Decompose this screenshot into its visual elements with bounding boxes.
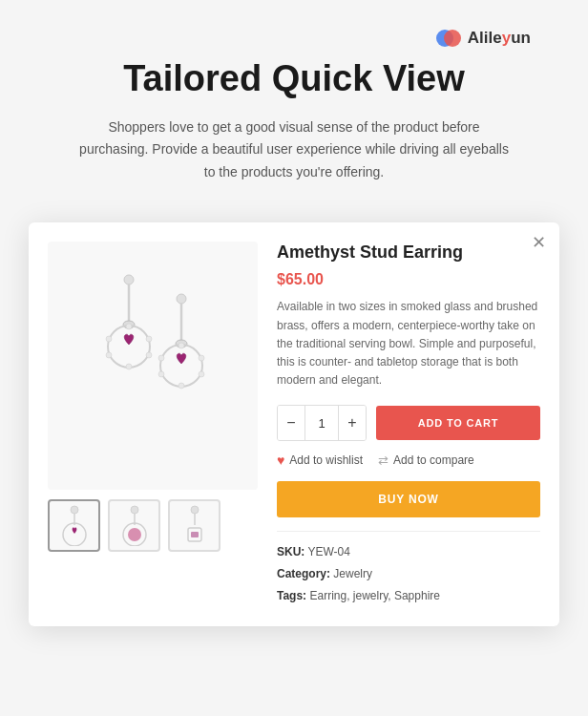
quantity-cart-row: − + ADD TO CART xyxy=(277,405,540,441)
svg-point-15 xyxy=(160,345,202,387)
product-name: Amethyst Stud Earring xyxy=(277,242,540,263)
svg-point-2 xyxy=(124,275,134,284)
thumbnail-1[interactable] xyxy=(48,499,100,552)
product-price: $65.00 xyxy=(277,271,540,288)
add-to-wishlist-link[interactable]: ♥ Add to wishlist xyxy=(277,453,363,468)
wishlist-label: Add to wishlist xyxy=(289,453,363,467)
quantity-control: − + xyxy=(277,405,367,441)
svg-point-16 xyxy=(178,343,184,348)
svg-point-7 xyxy=(146,336,152,342)
close-button[interactable]: ✕ xyxy=(532,234,546,251)
thumbnail-3[interactable] xyxy=(168,499,220,552)
brand-icon xyxy=(435,30,462,47)
svg-point-10 xyxy=(106,352,112,358)
sku-row: SKU: YEW-04 xyxy=(277,541,540,563)
svg-point-9 xyxy=(126,364,132,369)
svg-point-20 xyxy=(158,371,164,377)
compare-icon: ⇄ xyxy=(378,453,388,468)
heart-icon: ♥ xyxy=(277,453,284,468)
product-images xyxy=(48,242,258,607)
svg-point-5 xyxy=(108,326,150,368)
add-to-cart-button[interactable]: ADD TO CART xyxy=(376,406,540,440)
svg-point-11 xyxy=(106,336,112,342)
compare-label: Add to compare xyxy=(393,453,474,467)
svg-point-12 xyxy=(177,294,186,304)
thumbnail-row xyxy=(48,499,258,552)
divider xyxy=(277,531,540,532)
svg-point-29 xyxy=(191,506,199,514)
svg-point-24 xyxy=(63,523,86,546)
quantity-decrease-button[interactable]: − xyxy=(278,406,304,440)
svg-point-28 xyxy=(128,528,141,541)
page-title: Tailored Quick View xyxy=(57,57,531,101)
svg-rect-32 xyxy=(191,532,199,537)
page-subtitle: Shoppers love to get a good visual sense… xyxy=(74,116,514,184)
earring-illustration xyxy=(86,261,220,471)
brand-badge: Alileyun xyxy=(57,29,531,48)
svg-point-22 xyxy=(71,506,78,514)
svg-point-25 xyxy=(131,506,138,514)
svg-point-21 xyxy=(158,355,164,361)
main-product-image xyxy=(48,242,258,490)
brand-name: Alileyun xyxy=(468,29,531,48)
quantity-input[interactable] xyxy=(304,406,339,440)
svg-point-17 xyxy=(199,355,204,361)
thumbnail-2[interactable] xyxy=(108,499,160,552)
wishlist-compare-row: ♥ Add to wishlist ⇄ Add to compare xyxy=(277,453,540,468)
category-row: Category: Jewelry xyxy=(277,563,540,585)
svg-point-19 xyxy=(178,383,184,389)
product-meta: SKU: YEW-04 Category: Jewelry Tags: Earr… xyxy=(277,541,540,606)
add-to-compare-link[interactable]: ⇄ Add to compare xyxy=(378,453,474,468)
tags-row: Tags: Earring, jewelry, Sapphire xyxy=(277,585,540,607)
product-description: Available in two sizes in smoked glass a… xyxy=(277,298,540,390)
svg-point-18 xyxy=(199,371,204,377)
quantity-increase-button[interactable]: + xyxy=(339,406,366,440)
svg-point-6 xyxy=(126,324,132,329)
svg-point-8 xyxy=(146,352,152,358)
buy-now-button[interactable]: BUY NOW xyxy=(277,481,540,517)
svg-point-1 xyxy=(444,30,461,47)
quick-view-modal: ✕ xyxy=(29,222,559,626)
product-info: Amethyst Stud Earring $65.00 Available i… xyxy=(277,242,540,607)
